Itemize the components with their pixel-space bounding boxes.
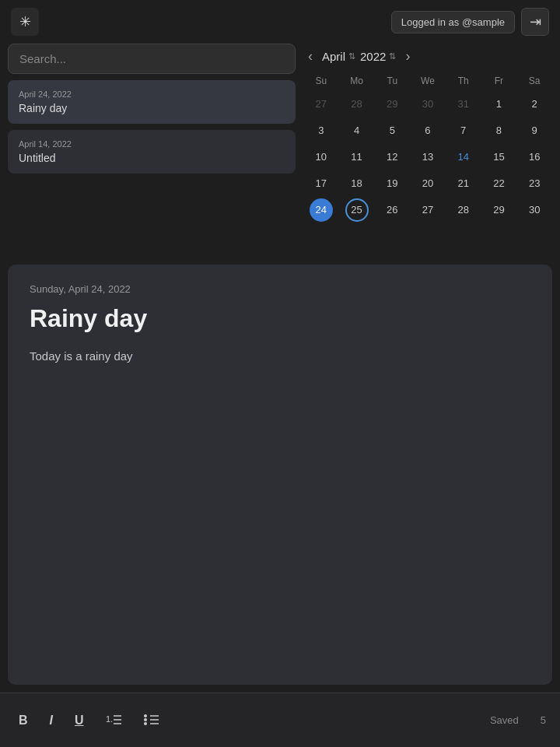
- cal-day-3-1[interactable]: 18: [345, 172, 369, 195]
- cal-day-1-1[interactable]: 4: [345, 119, 369, 142]
- cal-day-2-3[interactable]: 13: [416, 146, 439, 169]
- cal-day-3-2[interactable]: 19: [380, 172, 404, 195]
- month-selector[interactable]: April ⇅: [322, 50, 355, 63]
- app-logo[interactable]: ✳: [11, 8, 39, 36]
- cal-day-1-5[interactable]: 8: [487, 119, 510, 142]
- logo-icon: ✳: [19, 13, 31, 30]
- cal-week-4: 24252627282930: [303, 197, 552, 223]
- dow-sa: Sa: [516, 72, 552, 91]
- cal-week-0: 272829303112: [303, 91, 552, 117]
- cal-day-3-4[interactable]: 21: [452, 172, 475, 195]
- bold-button[interactable]: B: [14, 710, 33, 731]
- cal-day-1-2[interactable]: 5: [380, 119, 404, 142]
- svg-text:1.: 1.: [106, 714, 113, 724]
- cal-day-1-6[interactable]: 9: [523, 119, 546, 142]
- dow-fr: Fr: [481, 72, 517, 91]
- entry-date-2: April 14, 2022: [19, 139, 285, 149]
- svg-point-6: [144, 722, 147, 725]
- word-count: 5: [541, 714, 546, 726]
- entry-card-2[interactable]: April 14, 2022 Untitled: [8, 130, 296, 174]
- logout-icon: ⇥: [530, 13, 541, 30]
- cal-day-4-6[interactable]: 30: [523, 198, 546, 222]
- cal-week-2: 10111213141516: [303, 144, 552, 170]
- month-arrow-icon: ⇅: [348, 51, 355, 61]
- entries-list: April 24, 2022 Rainy day April 14, 2022 …: [8, 80, 296, 174]
- cal-week-1: 3456789: [303, 117, 552, 144]
- svg-point-4: [144, 714, 147, 717]
- cal-day-1-0[interactable]: 3: [310, 119, 333, 142]
- cal-day-0-6[interactable]: 2: [523, 93, 546, 116]
- cal-day-0-4[interactable]: 31: [452, 93, 475, 116]
- left-column: April 24, 2022 Rainy day April 14, 2022 …: [8, 44, 303, 258]
- cal-day-4-4[interactable]: 28: [452, 198, 475, 222]
- entry-card-1[interactable]: April 24, 2022 Rainy day: [8, 80, 296, 124]
- calendar-header: ‹ April ⇅ 2022 ⇅ ›: [303, 47, 552, 66]
- dow-tu: Tu: [374, 72, 410, 91]
- entry-title-1: Rainy day: [19, 102, 285, 114]
- year-label: 2022: [360, 50, 386, 63]
- prev-month-button[interactable]: ‹: [303, 47, 317, 66]
- cal-day-4-1[interactable]: 25: [345, 198, 369, 222]
- cal-day-2-4[interactable]: 14: [452, 146, 475, 169]
- cal-day-0-2[interactable]: 29: [380, 93, 404, 116]
- cal-day-2-2[interactable]: 12: [380, 146, 404, 169]
- cal-day-0-3[interactable]: 30: [416, 93, 439, 116]
- cal-day-2-6[interactable]: 16: [523, 146, 546, 169]
- search-input[interactable]: [8, 44, 296, 74]
- cal-day-0-0[interactable]: 27: [310, 93, 333, 116]
- cal-day-2-5[interactable]: 15: [487, 146, 510, 169]
- year-arrow-icon: ⇅: [389, 51, 396, 61]
- cal-day-1-3[interactable]: 6: [416, 119, 439, 142]
- cal-day-1-4[interactable]: 7: [452, 119, 475, 142]
- cal-day-3-5[interactable]: 22: [487, 172, 510, 195]
- cal-day-3-3[interactable]: 20: [416, 172, 439, 195]
- dow-th: Th: [446, 72, 481, 91]
- dow-row: Su Mo Tu We Th Fr Sa: [303, 72, 552, 91]
- bottom-toolbar: B I U 1. Saved 5: [0, 693, 560, 747]
- ordered-list-button[interactable]: 1.: [101, 710, 126, 731]
- underline-button[interactable]: U: [70, 710, 89, 731]
- entry-title-2: Untitled: [19, 152, 285, 164]
- cal-weeks: 2728293031123456789101112131415161718192…: [303, 91, 552, 223]
- unordered-list-icon: [143, 713, 159, 725]
- calendar-panel: ‹ April ⇅ 2022 ⇅ › Su Mo Tu We Th Fr Sa: [303, 44, 552, 258]
- dow-we: We: [410, 72, 446, 91]
- upper-section: April 24, 2022 Rainy day April 14, 2022 …: [0, 44, 560, 258]
- cal-day-4-5[interactable]: 29: [487, 198, 510, 222]
- editor-body[interactable]: Today is a rainy day: [30, 347, 530, 366]
- editor-area: Sunday, April 24, 2022 Rainy day Today i…: [8, 265, 552, 685]
- ordered-list-icon: 1.: [106, 713, 121, 725]
- logout-button[interactable]: ⇥: [521, 8, 549, 36]
- editor-date: Sunday, April 24, 2022: [30, 283, 530, 295]
- topbar: ✳ Logged in as @sample ⇥: [0, 0, 560, 44]
- cal-day-0-1[interactable]: 28: [345, 93, 369, 116]
- svg-point-5: [144, 718, 147, 721]
- cal-day-2-0[interactable]: 10: [310, 146, 333, 169]
- cal-day-4-2[interactable]: 26: [380, 198, 404, 222]
- cal-day-3-0[interactable]: 17: [310, 172, 333, 195]
- cal-day-0-5[interactable]: 1: [487, 93, 510, 116]
- year-selector[interactable]: 2022 ⇅: [360, 50, 396, 63]
- cal-day-3-6[interactable]: 23: [523, 172, 546, 195]
- italic-button[interactable]: I: [45, 710, 58, 731]
- cal-day-4-3[interactable]: 27: [416, 198, 439, 222]
- unordered-list-button[interactable]: [138, 710, 163, 731]
- cal-day-2-1[interactable]: 11: [345, 146, 369, 169]
- calendar-grid: Su Mo Tu We Th Fr Sa 2728293031123456789…: [303, 72, 552, 223]
- editor-title: Rainy day: [30, 304, 530, 333]
- entry-date-1: April 24, 2022: [19, 89, 285, 99]
- next-month-button[interactable]: ›: [401, 47, 415, 66]
- saved-status: Saved: [490, 714, 519, 726]
- cal-week-3: 17181920212223: [303, 170, 552, 197]
- logged-in-badge: Logged in as @sample: [391, 11, 515, 33]
- dow-mo: Mo: [339, 72, 375, 91]
- cal-day-4-0[interactable]: 24: [310, 198, 333, 222]
- dow-su: Su: [303, 72, 339, 91]
- month-label: April: [322, 50, 345, 63]
